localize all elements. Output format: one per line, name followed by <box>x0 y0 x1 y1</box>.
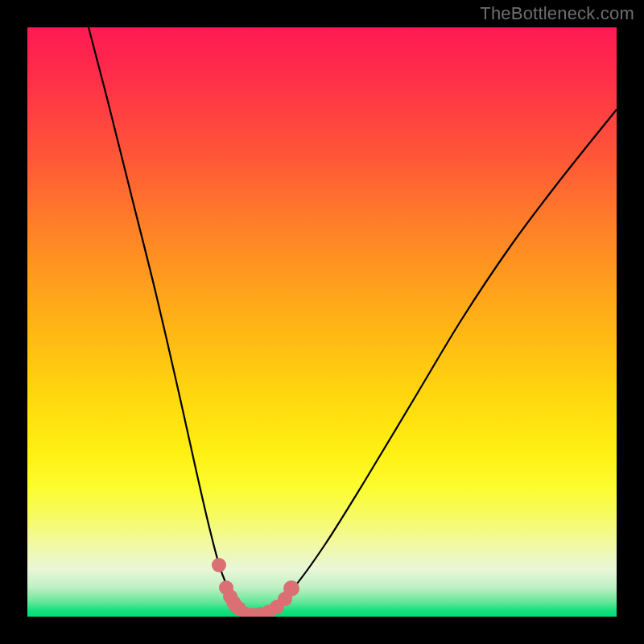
data-marker <box>283 580 299 597</box>
plot-area <box>27 27 617 617</box>
chart-frame: TheBottleneck.com <box>0 0 644 644</box>
watermark-text: TheBottleneck.com <box>480 3 634 24</box>
right-curve <box>251 109 617 615</box>
curve-layer <box>27 27 617 617</box>
marker-group <box>212 558 299 617</box>
data-marker <box>212 558 226 572</box>
left-curve <box>89 27 251 615</box>
